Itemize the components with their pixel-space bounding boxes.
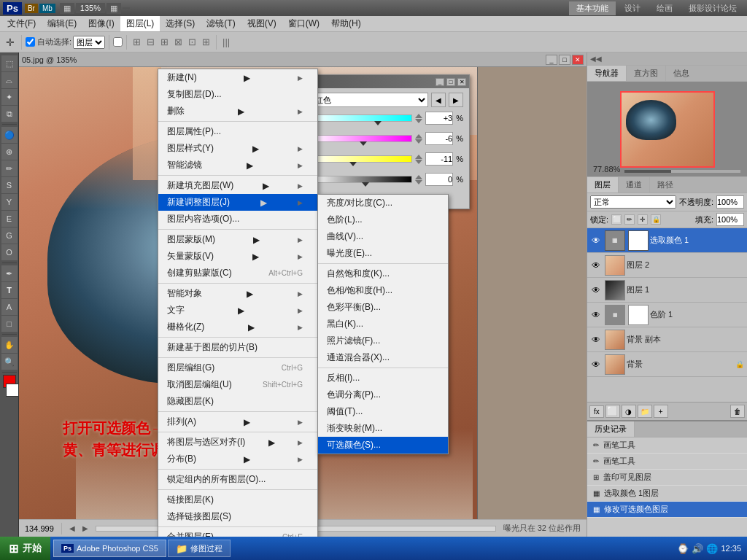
layout-icon[interactable]: ▦ xyxy=(60,3,74,14)
nav-zoom-slider[interactable] xyxy=(624,169,741,174)
adj-selective-color[interactable]: 可选颜色(S)... xyxy=(318,437,448,454)
fill-input[interactable] xyxy=(716,213,744,226)
cyan-input[interactable] xyxy=(425,112,453,125)
mb-icon[interactable]: Mb xyxy=(39,4,55,13)
menu-item-vector-mask[interactable]: 矢量蒙版(V)▶ xyxy=(158,248,317,265)
tab-info[interactable]: 信息 xyxy=(666,66,697,81)
layer-item-bg-copy[interactable]: 👁 背景 副本 xyxy=(587,327,747,352)
tool-pen[interactable]: ✒ xyxy=(1,265,18,281)
sc-color-prev[interactable]: ◀ xyxy=(431,93,446,107)
menu-view[interactable]: 视图(V) xyxy=(241,16,282,31)
tool-marquee[interactable]: ⬚ xyxy=(1,55,18,71)
adj-exposure[interactable]: 曝光度(E)... xyxy=(318,245,448,262)
selcolor-close[interactable]: ✕ xyxy=(457,78,466,86)
sc-color-select[interactable]: 红色 xyxy=(311,93,428,107)
sc-color-next[interactable]: ▶ xyxy=(449,93,463,107)
menu-item-merge[interactable]: 合并图层(E)Ctrl+E xyxy=(158,529,317,537)
tool-path-select[interactable]: A xyxy=(1,299,18,315)
yellow-up[interactable] xyxy=(415,155,422,159)
history-item-3[interactable]: ⊞ 盖印可见图层 xyxy=(587,470,747,486)
layer-eye-icon2[interactable]: 👁 xyxy=(590,260,602,271)
black-slider-track[interactable] xyxy=(311,176,412,183)
align-center-v[interactable]: ⊟ xyxy=(144,36,157,47)
menu-item-distribute[interactable]: 分布(B)▶ xyxy=(158,451,317,467)
history-item-4[interactable]: ▦ 选取颜色 1图层 xyxy=(587,486,747,502)
lock-all-btn[interactable]: 🔒 xyxy=(651,214,661,225)
layer-item-levels[interactable]: 👁 ▦ 色阶 1 xyxy=(587,303,747,327)
tool-shape[interactable]: □ xyxy=(1,316,18,332)
menu-item-content-options[interactable]: 图层内容选项(O)... xyxy=(158,211,317,228)
taskbar-item-photoshop[interactable]: Ps Adobe Photoshop CS5 xyxy=(53,540,166,557)
menu-item-ungroup[interactable]: 取消图层编组(U)Shift+Ctrl+G xyxy=(158,376,317,393)
magenta-slider-track[interactable] xyxy=(311,135,412,142)
magenta-down[interactable] xyxy=(415,139,422,144)
menu-window[interactable]: 窗口(W) xyxy=(282,16,325,31)
adj-channel-mixer[interactable]: 通道混合器(X)... xyxy=(318,349,448,366)
selcolor-minimize[interactable]: _ xyxy=(436,78,444,86)
win-close[interactable]: ✕ xyxy=(572,55,584,65)
menu-item-layer-mask[interactable]: 图层蒙版(M)▶ xyxy=(158,231,317,248)
yellow-input[interactable] xyxy=(425,152,453,166)
tool-zoom[interactable]: 🔍 xyxy=(1,354,18,370)
cyan-slider-track[interactable] xyxy=(311,114,412,122)
win-minimize[interactable]: _ xyxy=(546,55,557,65)
btn-forum[interactable]: 摄影设计论坛 xyxy=(681,1,744,15)
menu-item-smart-object[interactable]: 智能对象▶ xyxy=(158,285,317,302)
show-transform-controls[interactable] xyxy=(113,37,123,47)
layer-eye-icon5[interactable]: 👁 xyxy=(590,334,602,346)
menu-filter[interactable]: 滤镜(T) xyxy=(201,16,241,31)
adj-curves[interactable]: 曲线(V)... xyxy=(318,228,448,245)
move-tool-icon[interactable]: ✛ xyxy=(3,36,18,48)
adj-vibrance[interactable]: 自然饱和度(K)... xyxy=(318,265,448,282)
layer-eye-icon4[interactable]: 👁 xyxy=(590,309,602,321)
scroll-right[interactable]: ▶ xyxy=(82,524,88,532)
menu-help[interactable]: 帮助(H) xyxy=(325,16,367,31)
layer-item-selective-color[interactable]: 👁 ▦ 选取颜色 1 xyxy=(587,228,747,253)
menu-item-new[interactable]: 新建(N)▶ xyxy=(158,69,317,86)
tool-text[interactable]: T xyxy=(1,282,18,298)
menu-image[interactable]: 图像(I) xyxy=(82,16,120,31)
menu-item-align[interactable]: 将图层与选区对齐(I)▶ xyxy=(158,434,317,451)
win-maximize[interactable]: □ xyxy=(559,55,570,65)
add-adjustment-btn[interactable]: ◑ xyxy=(622,405,636,418)
adj-brightness[interactable]: 亮度/对比度(C)... xyxy=(318,195,448,211)
adj-levels[interactable]: 色阶(L)... xyxy=(318,211,448,228)
menu-item-layer-style[interactable]: 图层样式(Y)▶ xyxy=(158,140,317,157)
btn-paint[interactable]: 绘画 xyxy=(649,1,680,15)
menu-item-new-slice[interactable]: 新建基于图层的切片(B) xyxy=(158,339,317,356)
layer-item-layer1[interactable]: 👁 图层 1 xyxy=(587,278,747,303)
layer-item-bg[interactable]: 👁 背景 🔒 xyxy=(587,352,747,377)
selcolor-maximize[interactable]: □ xyxy=(446,78,455,86)
black-input[interactable] xyxy=(425,173,453,186)
align-left[interactable]: ⊞ xyxy=(131,36,143,47)
add-mask-btn[interactable]: ⬜ xyxy=(605,405,620,418)
layer-eye-icon3[interactable]: 👁 xyxy=(590,284,602,296)
btn-design[interactable]: 设计 xyxy=(617,1,648,15)
add-group-btn[interactable]: 📁 xyxy=(638,405,652,418)
tool-brush[interactable]: ✏ xyxy=(1,160,18,176)
align-top[interactable]: ⊠ xyxy=(172,36,185,47)
adj-hsl[interactable]: 色相/饱和度(H)... xyxy=(318,282,448,299)
menu-item-rasterize[interactable]: 栅格化(Z)▶ xyxy=(158,319,317,335)
distribute-icon[interactable]: ||| xyxy=(220,36,232,47)
tool-lasso[interactable]: ⌓ xyxy=(1,72,18,88)
adj-gradient-map[interactable]: 渐变映射(M)... xyxy=(318,420,448,437)
lock-position[interactable]: ✛ xyxy=(638,214,648,225)
menu-select[interactable]: 选择(S) xyxy=(160,16,201,31)
adj-photo-filter[interactable]: 照片滤镜(F)... xyxy=(318,332,448,349)
zoom-display[interactable]: 135% xyxy=(76,3,105,13)
align-bottom[interactable]: ⊞ xyxy=(200,36,212,47)
adj-color-balance[interactable]: 色彩平衡(B)... xyxy=(318,299,448,316)
menu-item-group[interactable]: 图层编组(G)Ctrl+G xyxy=(158,359,317,376)
align-right[interactable]: ⊞ xyxy=(158,36,171,47)
history-item-1[interactable]: ✏ 画笔工具 xyxy=(587,438,747,454)
start-button[interactable]: ⊞ 开始 xyxy=(0,537,50,560)
tab-navigator[interactable]: 导航器 xyxy=(587,66,627,81)
tab-histogram[interactable]: 直方图 xyxy=(627,66,666,81)
tool-dodge[interactable]: O xyxy=(1,244,18,260)
lock-image[interactable]: ✏ xyxy=(624,214,635,225)
btn-basic[interactable]: 基本功能 xyxy=(569,1,616,15)
tool-eyedropper[interactable]: 🔵 xyxy=(1,127,18,143)
lock-transparent[interactable]: ⬜ xyxy=(611,214,622,225)
br-icon[interactable]: Br xyxy=(25,4,38,13)
